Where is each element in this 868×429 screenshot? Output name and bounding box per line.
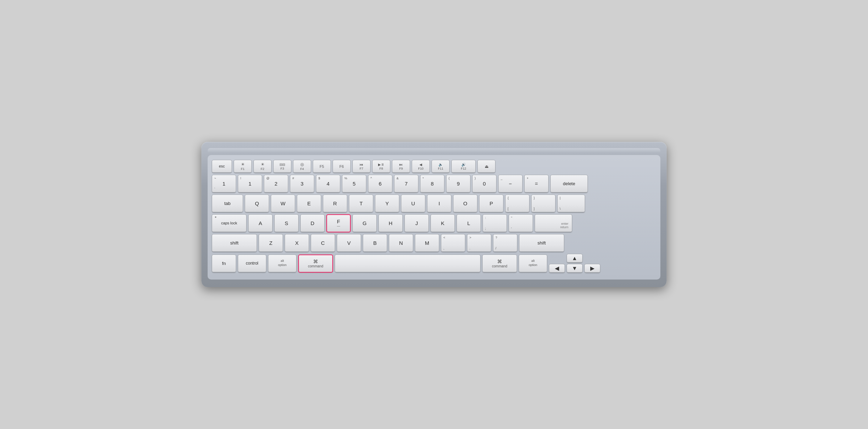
asdf-row: caps lock A S D F — G H J (212, 214, 656, 232)
key-backslash[interactable]: | \ (557, 195, 585, 213)
key-4[interactable]: $ 4 (316, 175, 340, 193)
key-slash[interactable]: ? / (493, 234, 517, 252)
key-y[interactable]: Y (375, 195, 399, 213)
key-close-bracket[interactable]: } ] (531, 195, 556, 213)
function-row: esc ☀ F1 ☀ F2 ⊟⊟ F3 ◎ F4 F5 F6 (212, 160, 656, 173)
key-1[interactable]: ! 1 (238, 175, 262, 193)
key-f[interactable]: F — (326, 214, 351, 232)
key-e[interactable]: E (297, 195, 321, 213)
key-minus[interactable]: _ − (498, 175, 523, 193)
key-7[interactable]: & 7 (394, 175, 418, 193)
key-9[interactable]: ( 9 (446, 175, 470, 193)
key-p[interactable]: P (479, 195, 503, 213)
key-5[interactable]: % 5 (342, 175, 366, 193)
key-f5[interactable]: F5 (313, 160, 331, 173)
key-period[interactable]: > . (467, 234, 491, 252)
arrow-cluster: ▲ ◀ ▼ ▶ (549, 254, 600, 273)
key-arrow-right[interactable]: ▶ (584, 264, 600, 273)
key-b[interactable]: B (363, 234, 387, 252)
key-8[interactable]: * 8 (420, 175, 444, 193)
key-f4[interactable]: ◎ F4 (293, 160, 311, 173)
key-alt-right[interactable]: alt option (519, 255, 547, 273)
key-6[interactable]: ^ 6 (368, 175, 392, 193)
key-tilde[interactable]: ~ ` 1 (212, 175, 236, 193)
key-control[interactable]: control (238, 255, 266, 273)
key-t[interactable]: T (349, 195, 373, 213)
key-j[interactable]: J (404, 214, 429, 232)
key-esc[interactable]: esc (212, 160, 232, 173)
key-h[interactable]: H (378, 214, 403, 232)
key-caps-lock[interactable]: caps lock (212, 214, 247, 232)
key-m[interactable]: M (415, 234, 439, 252)
key-arrow-left[interactable]: ◀ (549, 264, 565, 273)
key-eject[interactable]: ⏏ (477, 160, 495, 173)
keyboard-top-bar (208, 148, 660, 153)
key-tab[interactable]: tab (212, 195, 243, 213)
key-0[interactable]: ) 0 (472, 175, 496, 193)
key-s[interactable]: S (274, 214, 299, 232)
key-delete[interactable]: delete (550, 175, 588, 193)
key-f10[interactable]: ◀ F10 (412, 160, 430, 173)
key-x[interactable]: X (285, 234, 309, 252)
qwerty-row: tab Q W E R T Y U I (212, 195, 656, 213)
key-n[interactable]: N (389, 234, 413, 252)
key-f12[interactable]: 🔊 F12 (451, 160, 476, 173)
key-z[interactable]: Z (259, 234, 283, 252)
key-r[interactable]: R (323, 195, 347, 213)
key-f1[interactable]: ☀ F1 (234, 160, 252, 173)
key-f2[interactable]: ☀ F2 (253, 160, 272, 173)
caps-lock-indicator (215, 216, 216, 218)
bottom-row: fn control alt option ⌘ command ⌘ comman… (212, 254, 656, 273)
key-o[interactable]: O (453, 195, 477, 213)
keyboard: esc ☀ F1 ☀ F2 ⊟⊟ F3 ◎ F4 F5 F6 (201, 142, 667, 287)
key-d[interactable]: D (300, 214, 325, 232)
key-v[interactable]: V (337, 234, 361, 252)
key-command-left[interactable]: ⌘ command (298, 255, 333, 273)
key-quote[interactable]: " ' (509, 214, 533, 232)
key-enter[interactable]: enter return (535, 214, 572, 232)
key-arrow-up[interactable]: ▲ (567, 254, 583, 263)
keyboard-body: esc ☀ F1 ☀ F2 ⊟⊟ F3 ◎ F4 F5 F6 (208, 155, 660, 280)
key-3[interactable]: # 3 (290, 175, 314, 193)
key-arrow-down[interactable]: ▼ (567, 264, 583, 273)
key-w[interactable]: W (271, 195, 295, 213)
key-a[interactable]: A (248, 214, 273, 232)
key-i[interactable]: I (427, 195, 451, 213)
key-alt-left[interactable]: alt option (268, 255, 297, 273)
number-row: ~ ` 1 ! 1 @ 2 # 3 $ 4 % 5 (212, 175, 656, 193)
key-shift-left[interactable]: shift (212, 234, 257, 252)
key-semicolon[interactable]: : ; (483, 214, 507, 232)
key-c[interactable]: C (311, 234, 335, 252)
key-command-right[interactable]: ⌘ command (482, 255, 517, 273)
arrow-up-row: ▲ (549, 254, 600, 263)
key-comma[interactable]: < , (441, 234, 465, 252)
key-space[interactable] (335, 255, 481, 273)
key-f3[interactable]: ⊟⊟ F3 (273, 160, 291, 173)
key-l[interactable]: L (457, 214, 481, 232)
key-2[interactable]: @ 2 (264, 175, 288, 193)
key-k[interactable]: K (431, 214, 455, 232)
zxcv-row: shift Z X C V B N M < (212, 234, 656, 252)
key-f7[interactable]: ⏮ F7 (352, 160, 370, 173)
key-open-bracket[interactable]: { [ (505, 195, 529, 213)
key-u[interactable]: U (401, 195, 425, 213)
arrow-lr-row: ◀ ▼ ▶ (549, 264, 600, 273)
key-f11[interactable]: 🔈 F11 (432, 160, 450, 173)
key-f6[interactable]: F6 (333, 160, 351, 173)
key-fn[interactable]: fn (212, 255, 236, 273)
key-q[interactable]: Q (245, 195, 269, 213)
key-f9[interactable]: ⏭ F9 (392, 160, 410, 173)
key-equals[interactable]: + = (524, 175, 549, 193)
key-shift-right[interactable]: shift (519, 234, 564, 252)
key-f8[interactable]: ▶⏸ F8 (372, 160, 390, 173)
key-g[interactable]: G (352, 214, 377, 232)
